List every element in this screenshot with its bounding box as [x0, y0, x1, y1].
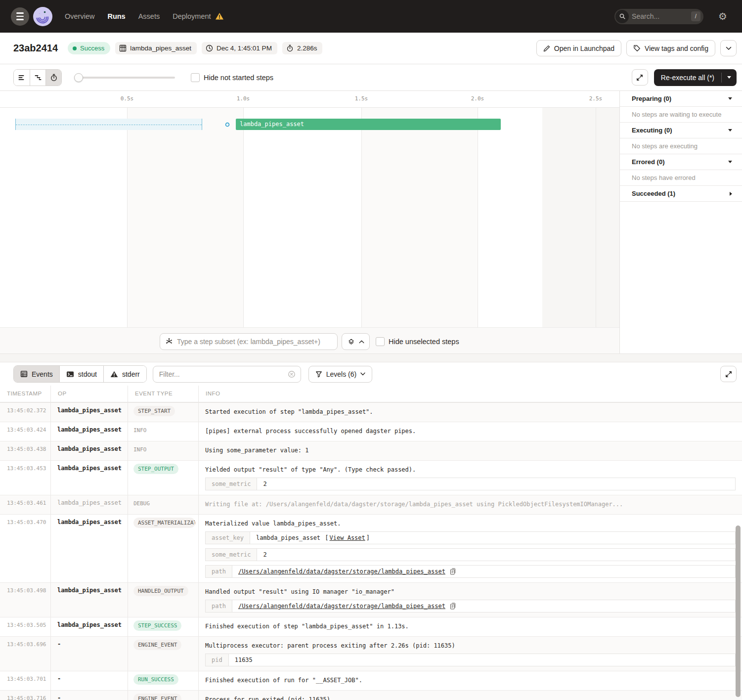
- clear-filter-icon[interactable]: [288, 370, 296, 378]
- copy-icon[interactable]: [450, 568, 456, 575]
- log-row[interactable]: 13:45:03.505 lambda_pipes_asset STEP_SUC…: [0, 617, 742, 637]
- log-op: lambda_pipes_asset: [51, 515, 128, 582]
- reexecute-all-button[interactable]: Re-execute all (*): [654, 69, 737, 86]
- view-mode-waterfall-button[interactable]: [30, 70, 45, 86]
- log-op: lambda_pipes_asset: [51, 422, 128, 441]
- log-row[interactable]: 13:45:03.696 - ENGINE_EVENT Multiprocess…: [0, 637, 742, 671]
- job-tag[interactable]: lambda_pipes_asset: [115, 42, 197, 54]
- log-message: Handled output "result" using IO manager…: [205, 587, 736, 596]
- tab-stderr[interactable]: stderr: [103, 366, 146, 382]
- log-scrollbar-thumb[interactable]: [736, 525, 741, 697]
- copy-icon[interactable]: [450, 603, 456, 610]
- nav-overview[interactable]: Overview: [65, 12, 94, 20]
- log-op: lambda_pipes_asset: [51, 583, 128, 617]
- log-event-type: DEBUG: [128, 495, 199, 514]
- log-event-type: STEP_SUCCESS: [128, 617, 199, 636]
- step-subset-input[interactable]: [177, 338, 332, 346]
- view-asset-link[interactable]: View Asset: [330, 534, 365, 541]
- log-row[interactable]: 13:45:03.498 lambda_pipes_asset HANDLED_…: [0, 583, 742, 617]
- metadata-link[interactable]: /Users/alangenfeld/data/dagster/storage/…: [238, 603, 445, 610]
- metadata-key: asset_key: [206, 532, 250, 544]
- duration-tag[interactable]: 2.286s: [282, 42, 323, 54]
- sidebar-section-executing[interactable]: Executing (0): [620, 123, 742, 138]
- gridline: [243, 108, 244, 353]
- run-actions-dropdown-button[interactable]: [720, 40, 737, 56]
- nav-deployment[interactable]: Deployment: [173, 12, 211, 20]
- log-row[interactable]: 13:45:03.424 lambda_pipes_asset INFO [pi…: [0, 422, 742, 441]
- metadata-value: 11635: [229, 654, 259, 666]
- sidebar-section-preparing[interactable]: Preparing (0): [620, 91, 742, 107]
- nav-assets[interactable]: Assets: [138, 12, 160, 20]
- log-row[interactable]: 13:45:03.716 - ENGINE_EVENT Process for …: [0, 691, 742, 700]
- hide-unselected-checkbox[interactable]: [376, 337, 385, 346]
- log-rows: captured_logsView stdout / stderr 13:45:…: [0, 402, 742, 700]
- log-filter-field[interactable]: [153, 366, 301, 383]
- log-timestamp: 13:45:03.701: [0, 671, 51, 690]
- metadata-value: 2: [257, 478, 272, 490]
- gantt-view-mode-switcher: [13, 69, 62, 86]
- view-mode-timed-button[interactable]: [45, 70, 61, 86]
- dagster-logo-icon[interactable]: [33, 6, 53, 27]
- view-mode-flat-button[interactable]: [14, 70, 30, 86]
- log-fullscreen-button[interactable]: [720, 366, 737, 382]
- metadata-key: path: [206, 600, 232, 612]
- gantt-step-bar[interactable]: lambda_pipes_asset: [236, 119, 501, 130]
- zoom-slider[interactable]: [74, 73, 175, 82]
- step-status-sidebar: Preparing (0) No steps are waiting to ex…: [619, 91, 742, 353]
- open-in-launchpad-button[interactable]: Open in Launchpad: [536, 40, 621, 56]
- gantt-fullscreen-button[interactable]: [632, 69, 648, 86]
- event-type-badge: INFO: [133, 444, 147, 455]
- metadata-table: some_metric2: [205, 478, 736, 490]
- log-row[interactable]: 13:45:03.438 lambda_pipes_asset INFO Usi…: [0, 441, 742, 461]
- status-badge: Success: [68, 42, 110, 54]
- tab-stdout[interactable]: stdout: [59, 366, 103, 382]
- event-type-badge: DEBUG: [133, 498, 150, 509]
- settings-gear-icon[interactable]: ⚙: [718, 11, 727, 21]
- view-tags-config-button[interactable]: View tags and config: [626, 40, 715, 56]
- tag-icon: [633, 44, 641, 52]
- terminal-icon: [66, 371, 74, 378]
- hide-not-started-label[interactable]: Hide not started steps: [204, 74, 273, 82]
- time-band: [127, 108, 243, 327]
- step-start-marker-icon: [225, 122, 230, 127]
- tab-events[interactable]: Events: [14, 366, 59, 382]
- graph-query-toggle-button[interactable]: [342, 333, 370, 350]
- search-input[interactable]: [629, 12, 691, 20]
- global-search[interactable]: /: [614, 9, 703, 24]
- panel-divider[interactable]: [0, 353, 742, 362]
- hide-unselected-label[interactable]: Hide unselected steps: [389, 338, 459, 346]
- step-subset-field[interactable]: [160, 333, 338, 350]
- log-tabs: Events stdout stderr: [13, 365, 147, 383]
- log-row[interactable]: 13:45:03.453 lambda_pipes_asset STEP_OUT…: [0, 461, 742, 495]
- log-message: Finished execution of run for "__ASSET_J…: [205, 675, 736, 684]
- log-row[interactable]: 13:45:02.372 lambda_pipes_asset STEP_STA…: [0, 403, 742, 422]
- log-op: -: [51, 671, 128, 690]
- start-time-tag[interactable]: Dec 4, 1:45:01 PM: [202, 42, 277, 54]
- log-event-type: INFO: [128, 441, 199, 460]
- log-row[interactable]: 13:45:03.470 lambda_pipes_asset ASSET_MA…: [0, 515, 742, 583]
- gridline: [478, 108, 478, 353]
- log-event-type: ENGINE_EVENT: [128, 691, 199, 700]
- metadata-value: lambda_pipes_asset [View Asset]: [250, 532, 376, 544]
- log-filter-input[interactable]: [159, 370, 284, 378]
- log-timestamp: 13:45:03.498: [0, 583, 51, 617]
- sidebar-section-succeeded[interactable]: Succeeded (1): [620, 186, 742, 202]
- sidebar-section-errored[interactable]: Errored (0): [620, 154, 742, 170]
- zoom-slider-track[interactable]: [74, 77, 175, 79]
- gantt-chart[interactable]: 0.5s 1.0s 1.5s 2.0s 2.5s lambda_pipes_as…: [0, 91, 619, 353]
- log-op: lambda_pipes_asset: [51, 461, 128, 495]
- grid-icon: [119, 44, 127, 52]
- reexecute-dropdown-caret[interactable]: [722, 69, 737, 86]
- gridline: [596, 108, 596, 353]
- nav-runs[interactable]: Runs: [107, 12, 125, 20]
- metadata-link[interactable]: /Users/alangenfeld/data/dagster/storage/…: [238, 568, 445, 575]
- log-row[interactable]: 13:45:03.461 lambda_pipes_asset DEBUG Wr…: [0, 495, 742, 515]
- levels-filter-button[interactable]: Levels (6): [308, 366, 372, 383]
- log-row[interactable]: 13:45:03.701 - RUN_SUCCESS Finished exec…: [0, 671, 742, 691]
- clock-icon: [206, 44, 213, 52]
- menu-button[interactable]: [11, 7, 29, 26]
- log-op: lambda_pipes_asset: [51, 403, 128, 422]
- hide-not-started-checkbox[interactable]: [191, 73, 200, 82]
- zoom-slider-thumb[interactable]: [74, 73, 83, 82]
- log-message: Materialized value lambda_pipes_asset.: [205, 519, 736, 527]
